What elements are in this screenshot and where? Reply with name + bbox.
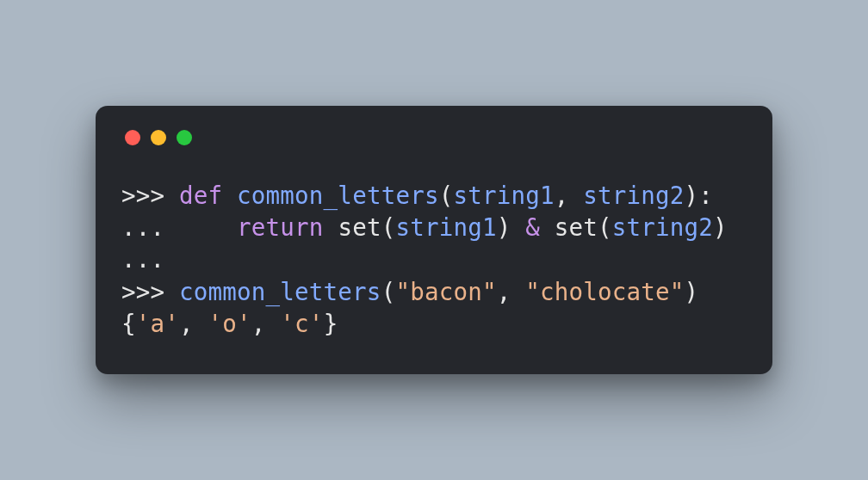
function-name: common_letters bbox=[237, 182, 439, 209]
close-icon[interactable] bbox=[125, 130, 140, 145]
minimize-icon[interactable] bbox=[151, 130, 166, 145]
arg-2: string2 bbox=[612, 213, 713, 241]
prompt-cont-empty: ... bbox=[121, 245, 164, 273]
call-set2: set( bbox=[555, 213, 612, 241]
op-and: & bbox=[511, 213, 554, 241]
keyword-return: return bbox=[237, 213, 324, 241]
arg-1: string1 bbox=[395, 213, 496, 241]
terminal-window: >>> def common_letters(string1, string2)… bbox=[96, 106, 772, 374]
zoom-icon[interactable] bbox=[177, 130, 192, 145]
code-block: >>> def common_letters(string1, string2)… bbox=[121, 180, 747, 340]
output-c: 'c' bbox=[280, 310, 323, 337]
brace-close: } bbox=[324, 310, 338, 337]
space bbox=[324, 213, 338, 241]
comma: , bbox=[179, 310, 208, 337]
comma: , bbox=[251, 310, 281, 337]
prompt-cont: ... bbox=[121, 213, 237, 241]
output-a: 'a' bbox=[136, 310, 179, 337]
brace-open: { bbox=[121, 310, 136, 337]
paren-close: ) bbox=[685, 278, 699, 305]
prompt: >>> bbox=[121, 182, 179, 209]
param-2: string2 bbox=[583, 182, 684, 209]
paren-open: ( bbox=[439, 182, 454, 209]
paren-close-colon: ): bbox=[685, 182, 714, 209]
paren-close: ) bbox=[497, 213, 512, 241]
paren-close: ) bbox=[713, 213, 728, 241]
output-o: 'o' bbox=[208, 310, 251, 337]
string-2: "cholocate" bbox=[525, 278, 684, 305]
comma: , bbox=[497, 278, 526, 305]
prompt: >>> bbox=[121, 278, 179, 305]
keyword-def: def bbox=[179, 182, 222, 209]
call-set1: set( bbox=[338, 213, 395, 241]
string-1: "bacon" bbox=[395, 278, 496, 305]
param-1: string1 bbox=[453, 182, 554, 209]
traffic-lights bbox=[125, 130, 747, 145]
space bbox=[222, 182, 237, 209]
call-function: common_letters bbox=[179, 278, 381, 305]
paren-open: ( bbox=[381, 278, 396, 305]
comma: , bbox=[555, 182, 584, 209]
